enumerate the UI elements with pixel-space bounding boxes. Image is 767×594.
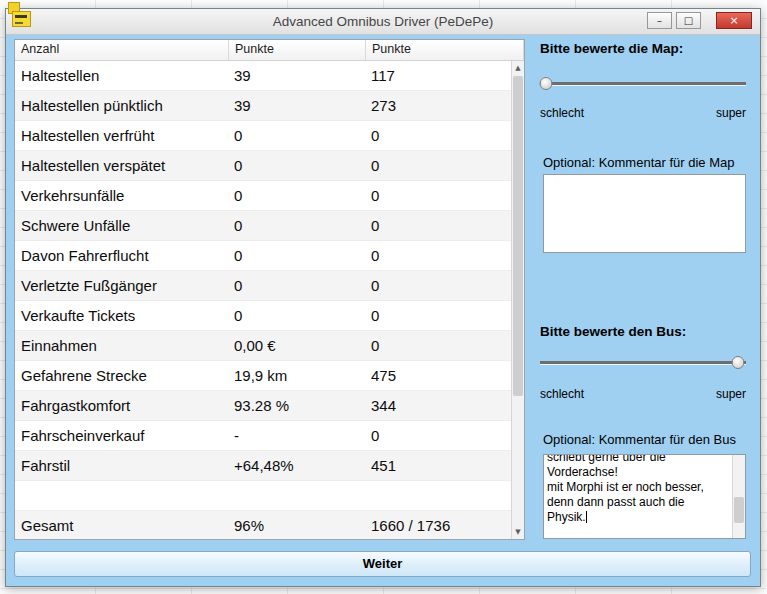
table-row[interactable]: Verkehrsunfälle00: [15, 181, 511, 211]
table-cell-label: Fahrstil: [15, 451, 229, 480]
table-cell-label: Haltestellen verfrüht: [15, 121, 229, 150]
map-comment-box: [543, 174, 746, 253]
table-cell-value: 0: [229, 151, 366, 180]
table-cell-points: 0: [366, 181, 511, 210]
table-cell-value: 0: [229, 181, 366, 210]
table-row[interactable]: Haltestellen verspätet00: [15, 151, 511, 181]
table-row[interactable]: Gefahrene Strecke19,9 km475: [15, 361, 511, 391]
table-row[interactable]: Davon Fahrerflucht00: [15, 241, 511, 271]
table-body: Haltestellen39117Haltestellen pünktlich3…: [15, 61, 511, 539]
table-cell-label: Gefahrene Strecke: [15, 361, 229, 390]
table-cell-label: Haltestellen verspätet: [15, 151, 229, 180]
bus-rating-slider[interactable]: [540, 355, 746, 370]
column-header-anzahl[interactable]: Anzahl: [15, 40, 229, 60]
table-cell-value: -: [229, 421, 366, 450]
stats-table: Anzahl Punkte Punkte Haltestellen39117Ha…: [14, 39, 525, 540]
table-cell-points: 0: [366, 241, 511, 270]
table-cell-value: 0,00 €: [229, 331, 366, 360]
column-header-punkte-2[interactable]: Punkte: [366, 40, 524, 60]
table-cell-points: 117: [366, 61, 511, 90]
app-window: Advanced Omnibus Driver (PeDePe) – □ × A…: [5, 8, 761, 587]
map-slider-max-label: super: [716, 106, 746, 120]
table-cell-points: 0: [366, 331, 511, 360]
bus-comment-text: schiebt gerne über die Vorderachse! mit …: [547, 455, 731, 525]
table-cell-label: [15, 481, 229, 510]
desktop: Advanced Omnibus Driver (PeDePe) – □ × A…: [0, 0, 767, 594]
table-cell-value: 39: [229, 91, 366, 120]
table-cell-value: 0: [229, 241, 366, 270]
table-cell-points: 344: [366, 391, 511, 420]
map-rating-slider[interactable]: [540, 76, 746, 91]
table-cell-value: 93.28 %: [229, 391, 366, 420]
map-comment-textarea[interactable]: [544, 175, 745, 252]
window-content: Anzahl Punkte Punkte Haltestellen39117Ha…: [6, 35, 759, 585]
table-cell-value: 0: [229, 211, 366, 240]
table-cell-label: Verkaufte Tickets: [15, 301, 229, 330]
table-cell-points: 0: [366, 421, 511, 450]
table-row[interactable]: Verkaufte Tickets00: [15, 301, 511, 331]
bus-comment-scrollbar-thumb[interactable]: [734, 497, 744, 523]
table-cell-label: Gesamt: [15, 511, 229, 539]
map-slider-thumb[interactable]: [540, 77, 553, 90]
table-cell-points: 475: [366, 361, 511, 390]
table-cell-points: 451: [366, 451, 511, 480]
table-row[interactable]: Schwere Unfälle00: [15, 211, 511, 241]
bus-slider-track[interactable]: [540, 361, 746, 364]
bus-slider-labels: schlecht super: [540, 387, 746, 401]
bus-slider-thumb[interactable]: [731, 356, 744, 369]
table-cell-label: Schwere Unfälle: [15, 211, 229, 240]
scrollbar-down-arrow-icon[interactable]: ▼: [512, 525, 524, 539]
table-cell-points: 0: [366, 121, 511, 150]
column-header-punkte-1[interactable]: Punkte: [229, 40, 366, 60]
table-row[interactable]: [15, 481, 511, 511]
weiter-button[interactable]: Weiter: [14, 551, 751, 577]
table-cell-label: Fahrscheinverkauf: [15, 421, 229, 450]
table-row[interactable]: Haltestellen39117: [15, 61, 511, 91]
table-cell-points: 273: [366, 91, 511, 120]
table-cell-label: Verletzte Fußgänger: [15, 271, 229, 300]
table-row[interactable]: Haltestellen pünktlich39273: [15, 91, 511, 121]
bus-slider-min-label: schlecht: [540, 387, 584, 401]
bus-rating-heading: Bitte bewerte den Bus:: [540, 324, 686, 339]
table-cell-value: 0: [229, 271, 366, 300]
map-comment-label: Optional: Kommentar für die Map: [543, 155, 734, 170]
table-header: Anzahl Punkte Punkte: [15, 40, 524, 61]
bus-slider-max-label: super: [716, 387, 746, 401]
maximize-button[interactable]: □: [676, 12, 701, 29]
table-cell-points: 0: [366, 301, 511, 330]
window-controls: – □ ×: [647, 12, 752, 29]
table-cell-value: [229, 481, 366, 510]
scrollbar-thumb[interactable]: [513, 76, 523, 396]
table-row[interactable]: Fahrstil+64,48%451: [15, 451, 511, 481]
table-cell-label: Einnahmen: [15, 331, 229, 360]
bus-comment-scrollbar[interactable]: [732, 455, 745, 538]
table-cell-points: 0: [366, 271, 511, 300]
table-row[interactable]: Einnahmen0,00 €0: [15, 331, 511, 361]
table-cell-value: 0: [229, 301, 366, 330]
table-row[interactable]: Fahrscheinverkauf-0: [15, 421, 511, 451]
scrollbar-up-arrow-icon[interactable]: ▲: [512, 61, 524, 75]
table-cell-points: 1660 / 1736: [366, 511, 511, 539]
table-cell-label: Fahrgastkomfort: [15, 391, 229, 420]
table-cell-value: +64,48%: [229, 451, 366, 480]
titlebar[interactable]: Advanced Omnibus Driver (PeDePe) – □ ×: [6, 9, 760, 35]
table-cell-label: Davon Fahrerflucht: [15, 241, 229, 270]
table-cell-label: Haltestellen pünktlich: [15, 91, 229, 120]
minimize-button[interactable]: –: [647, 12, 672, 29]
table-row[interactable]: Fahrgastkomfort93.28 %344: [15, 391, 511, 421]
table-row[interactable]: Verletzte Fußgänger00: [15, 271, 511, 301]
bus-comment-textarea[interactable]: schiebt gerne über die Vorderachse! mit …: [543, 454, 746, 539]
table-scrollbar[interactable]: ▲ ▼: [511, 61, 524, 539]
table-cell-label: Verkehrsunfälle: [15, 181, 229, 210]
table-row[interactable]: Haltestellen verfrüht00: [15, 121, 511, 151]
text-caret: [586, 511, 587, 523]
map-rating-heading: Bitte bewerte die Map:: [540, 41, 683, 56]
close-button[interactable]: ×: [716, 12, 752, 29]
map-slider-track[interactable]: [540, 82, 746, 85]
table-cell-value: 96%: [229, 511, 366, 539]
table-cell-points: 0: [366, 211, 511, 240]
table-row-total[interactable]: Gesamt96%1660 / 1736: [15, 511, 511, 539]
bus-comment-text-viewport: schiebt gerne über die Vorderachse! mit …: [547, 455, 731, 537]
table-cell-value: 0: [229, 121, 366, 150]
table-cell-label: Haltestellen: [15, 61, 229, 90]
